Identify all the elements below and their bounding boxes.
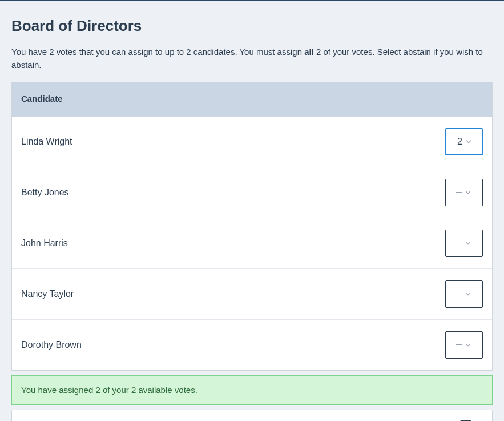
abstain-row: Abstain (11, 410, 493, 421)
vote-dropdown[interactable] (445, 331, 483, 359)
dropdown-empty-dash (456, 344, 462, 346)
instructions-pre: You have 2 votes that you can assign to … (11, 47, 304, 57)
chevron-down-icon (465, 138, 473, 146)
candidate-name: Betty Jones (21, 186, 69, 199)
chevron-down-icon (464, 239, 472, 247)
page-title: Board of Directors (11, 15, 493, 37)
table-header-candidate: Candidate (12, 82, 492, 117)
table-row: Linda Wright 2 (12, 117, 492, 167)
candidate-name: John Harris (21, 236, 68, 250)
candidate-name: Nancy Taylor (21, 287, 74, 301)
table-row: Dorothy Brown (12, 320, 492, 370)
vote-dropdown[interactable]: 2 (445, 128, 483, 155)
vote-dropdown[interactable] (445, 230, 483, 257)
instructions-text: You have 2 votes that you can assign to … (11, 46, 493, 71)
instructions-strong: all (304, 47, 314, 57)
candidate-name: Linda Wright (21, 135, 72, 149)
chevron-down-icon (464, 341, 472, 349)
candidate-name: Dorothy Brown (21, 338, 82, 352)
table-row: Betty Jones (12, 167, 492, 218)
status-banner: You have assigned 2 of your 2 available … (11, 375, 493, 406)
dropdown-empty-dash (456, 243, 462, 244)
vote-dropdown[interactable] (445, 280, 483, 308)
dropdown-value: 2 (455, 135, 462, 149)
chevron-down-icon (464, 189, 472, 197)
dropdown-empty-dash (456, 192, 462, 193)
dropdown-empty-dash (456, 294, 462, 295)
voting-panel: Board of Directors You have 2 votes that… (0, 0, 504, 421)
chevron-down-icon (464, 290, 472, 298)
table-row: John Harris (12, 218, 492, 269)
candidates-table: Candidate Linda Wright 2 Betty Jones Joh… (11, 82, 493, 371)
table-row: Nancy Taylor (12, 269, 492, 320)
vote-dropdown[interactable] (445, 179, 483, 206)
